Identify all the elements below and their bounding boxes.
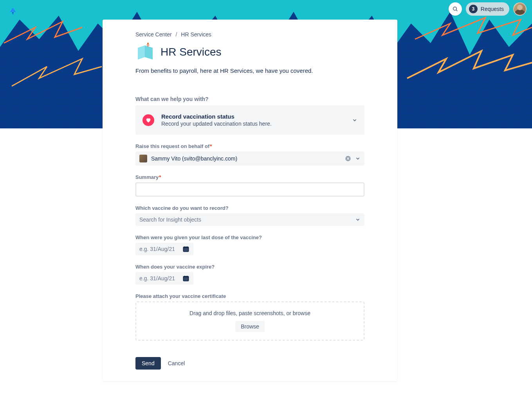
svg-rect-29 (186, 279, 186, 280)
vaccine-label: Which vaccine do you want to record? (135, 205, 364, 211)
summary-label: Summary (135, 174, 159, 180)
svg-rect-18 (184, 250, 185, 251)
last-dose-input[interactable] (135, 243, 179, 255)
browse-button[interactable]: Browse (235, 321, 265, 332)
last-dose-label: When were you given your last dose of th… (135, 234, 364, 240)
svg-rect-28 (184, 279, 185, 280)
svg-rect-16 (186, 249, 186, 249)
chevron-down-icon (355, 156, 361, 161)
profile-avatar[interactable] (513, 2, 527, 16)
behalf-value: Sammy Vito (svito@banclyinc.com) (151, 155, 341, 162)
breadcrumb: Service Center / HR Services (135, 31, 364, 38)
svg-marker-5 (138, 45, 145, 60)
calendar-button[interactable] (179, 272, 193, 285)
vaccine-select[interactable]: Search for Insight objects (135, 213, 364, 226)
request-type-title: Record vaccination status (161, 113, 345, 120)
vaccine-placeholder: Search for Insight objects (139, 216, 351, 223)
summary-input[interactable] (135, 182, 364, 197)
request-form-card: Service Center / HR Services HR Services… (103, 20, 397, 381)
svg-line-4 (456, 10, 457, 11)
chevron-down-icon (352, 117, 357, 123)
send-button[interactable]: Send (135, 357, 161, 370)
calendar-icon (182, 245, 189, 253)
expire-label: When does your vaccine expire? (135, 264, 364, 270)
behalf-label: Raise this request on behalf of (135, 143, 209, 149)
breadcrumb-root[interactable]: Service Center (135, 31, 172, 38)
svg-rect-17 (187, 249, 188, 249)
expire-input[interactable] (135, 272, 179, 285)
svg-rect-26 (186, 278, 186, 279)
request-type-subtitle: Record your updated vaccination status h… (161, 121, 345, 127)
attachment-dropzone[interactable]: Drag and drop files, paste screenshots, … (135, 301, 364, 341)
svg-point-8 (147, 43, 149, 44)
calendar-icon (182, 275, 189, 282)
clear-icon[interactable] (345, 155, 351, 162)
svg-rect-15 (184, 249, 185, 249)
page-title: HR Services (161, 46, 222, 58)
svg-point-3 (453, 7, 457, 11)
attach-label: Please attach your vaccine certificate (135, 293, 364, 299)
heart-icon (142, 114, 154, 126)
help-label: What can we help you with? (135, 96, 364, 102)
requests-button[interactable]: 3 Requests (466, 2, 509, 16)
svg-rect-20 (187, 250, 188, 251)
breadcrumb-current: HR Services (181, 31, 211, 38)
user-avatar-icon (139, 155, 147, 162)
svg-marker-6 (145, 45, 153, 60)
svg-rect-25 (184, 278, 185, 279)
brand-logo-icon (9, 7, 17, 17)
requests-label: Requests (481, 6, 504, 12)
chevron-down-icon (355, 217, 361, 222)
hr-services-icon (135, 42, 155, 62)
svg-rect-19 (186, 250, 186, 251)
behalf-select[interactable]: Sammy Vito (svito@banclyinc.com) (135, 152, 364, 166)
search-button[interactable] (449, 2, 462, 16)
cancel-button[interactable]: Cancel (168, 360, 185, 366)
dropzone-text: Drag and drop files, paste screenshots, … (144, 310, 356, 316)
search-icon (452, 6, 458, 12)
svg-rect-27 (187, 278, 188, 279)
request-type-selector[interactable]: Record vaccination status Record your up… (135, 105, 364, 135)
requests-count-badge: 3 (469, 5, 478, 13)
svg-rect-30 (187, 279, 188, 280)
page-description: From benefits to payroll, here at HR Ser… (135, 67, 364, 74)
calendar-button[interactable] (179, 243, 193, 255)
